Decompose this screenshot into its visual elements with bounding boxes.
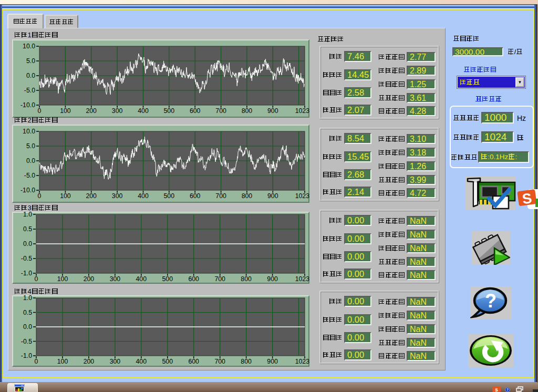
svg-text:700: 700 [215,192,226,200]
svg-text:900: 900 [267,275,278,283]
svg-text:0: 0 [38,192,42,200]
svg-text:700: 700 [214,358,225,365]
svg-text:300: 300 [112,192,123,200]
svg-text:0: 0 [38,107,42,115]
svg-text:600: 600 [190,107,201,115]
svg-text:0.0: 0.0 [23,323,32,331]
svg-text:400: 400 [136,358,147,365]
svg-text:-10.0: -10.0 [20,187,35,194]
svg-text:-10.0: -10.0 [20,101,35,109]
svg-text:0: 0 [35,275,38,283]
svg-text:300: 300 [110,275,121,283]
svg-text:0.0: 0.0 [26,157,35,164]
svg-text:500: 500 [164,192,175,200]
svg-text:600: 600 [188,358,199,365]
svg-text:0.0: 0.0 [26,72,35,79]
svg-text:100: 100 [60,107,71,115]
svg-text:0.5: 0.5 [23,225,32,233]
svg-text:-0.5: -0.5 [21,338,32,345]
svg-text:-1.0: -1.0 [21,270,32,277]
svg-text:800: 800 [241,275,252,283]
svg-text:100: 100 [57,358,68,365]
svg-text:500: 500 [164,107,175,115]
svg-text:-0.5: -0.5 [21,255,32,262]
svg-text:200: 200 [86,192,97,200]
svg-text:800: 800 [242,107,253,115]
svg-text:200: 200 [84,275,95,283]
svg-text:100: 100 [60,192,71,200]
svg-text:200: 200 [86,107,97,115]
svg-text:1.0: 1.0 [23,211,32,218]
svg-text:1023: 1023 [295,358,310,365]
svg-text:500: 500 [162,358,173,365]
svg-text:900: 900 [267,192,278,200]
svg-text:?: ? [485,290,496,312]
svg-text:300: 300 [112,107,123,115]
svg-text:900: 900 [267,358,278,365]
svg-text:-1.0: -1.0 [21,352,32,359]
svg-text:800: 800 [241,358,252,365]
svg-text:400: 400 [138,192,149,200]
svg-text:500: 500 [162,275,173,283]
svg-text:600: 600 [190,192,201,200]
svg-text:400: 400 [136,275,147,283]
svg-text:?: ? [506,388,509,391]
svg-text:200: 200 [84,358,95,365]
svg-text:1.0: 1.0 [23,294,32,302]
svg-text:5.0: 5.0 [26,57,35,65]
svg-text:100: 100 [57,275,68,283]
svg-text:10.0: 10.0 [23,43,35,50]
svg-text:0.0: 0.0 [23,240,32,247]
svg-text:900: 900 [267,107,278,115]
svg-text:0.5: 0.5 [23,309,32,316]
svg-text:700: 700 [215,107,226,115]
svg-text:300: 300 [110,358,121,365]
svg-text:0: 0 [35,358,38,365]
svg-text:s: s [495,387,498,392]
svg-text:-5.0: -5.0 [24,87,35,94]
svg-text:800: 800 [242,192,253,200]
svg-text:700: 700 [214,275,225,283]
svg-text:10.0: 10.0 [23,128,35,135]
svg-text:-5.0: -5.0 [24,172,35,179]
svg-text:5.0: 5.0 [26,142,35,150]
svg-text:600: 600 [188,275,199,283]
svg-text:400: 400 [138,107,149,115]
